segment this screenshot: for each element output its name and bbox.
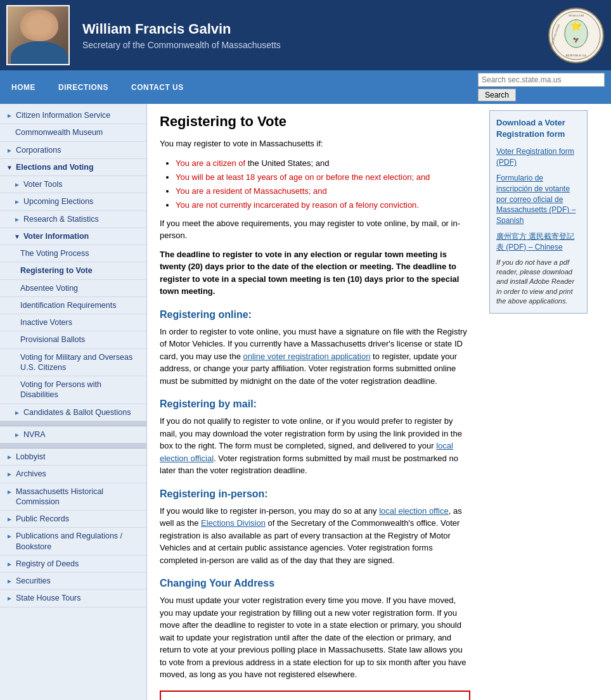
list-item: You will be at least 18 years of age on … [176, 170, 470, 184]
sidebar-item-registry-deeds[interactable]: ► Registry of Deeds [0, 556, 146, 573]
download-box-note: If you do not have a pdf reader, please … [496, 258, 581, 307]
secretary-photo [6, 5, 70, 65]
svg-text:REIPUBLICAE: REIPUBLICAE [566, 54, 587, 57]
sidebar-item-registering-to-vote[interactable]: Registering to Vote [0, 262, 146, 279]
search-input[interactable] [478, 73, 605, 87]
navigation-bar: HOME DIRECTIONS CONTACT US Search [0, 70, 611, 104]
section-text-inperson: If you would like to register in-person,… [160, 505, 470, 567]
sidebar-item-state-house[interactable]: ► State House Tours [0, 590, 146, 607]
sidebar-item-absentee-voting[interactable]: Absentee Voting [0, 280, 146, 297]
sidebar-item-voter-tools[interactable]: ► Voter Tools [0, 176, 146, 193]
voter-reg-form-link[interactable]: Voter Registration form (PDF) [496, 146, 581, 168]
list-item: You are a citizen of the United States; … [176, 156, 470, 170]
chevron-right-icon: ► [6, 594, 13, 602]
chevron-right-icon: ► [14, 198, 20, 206]
chevron-right-icon: ► [6, 453, 13, 461]
chevron-down-icon: ▼ [6, 163, 13, 172]
chevron-right-icon: ► [14, 409, 20, 417]
sidebar-item-archives[interactable]: ► Archives [0, 466, 146, 483]
local-election-official-link[interactable]: local election official [160, 441, 453, 463]
sidebar-item-upcoming-elections[interactable]: ► Upcoming Elections [0, 193, 146, 210]
sidebar-item-commonwealth-museum[interactable]: Commonwealth Museum [0, 124, 146, 141]
svg-text:⭐: ⭐ [570, 20, 582, 32]
section-title-inperson: Registering in-person: [160, 488, 470, 500]
sidebar-item-voting-process[interactable]: The Voting Process [0, 245, 146, 262]
deadline-text: The deadline to register to vote in any … [160, 248, 470, 298]
online-voter-reg-link[interactable]: online voter registration application [243, 352, 371, 361]
chevron-right-icon: ► [6, 560, 13, 568]
nav-contact[interactable]: CONTACT US [120, 70, 195, 104]
sidebar-item-voter-information[interactable]: ▼ Voter Information [0, 228, 146, 245]
svg-text:🦅: 🦅 [573, 37, 579, 43]
sidebar-item-elections-voting[interactable]: ▼ Elections and Voting [0, 159, 146, 176]
search-area: Search [472, 70, 611, 104]
section-title-mail: Registering by mail: [160, 398, 470, 410]
main-layout: ► Citizen Information Service Commonweal… [0, 104, 611, 700]
sidebar-item-military-voting[interactable]: Voting for Military and Overseas U.S. Ci… [0, 349, 146, 377]
political-parties-box: Political Parties If you wish to change … [160, 690, 470, 700]
nav-directions[interactable]: DIRECTIONS [47, 70, 120, 104]
main-content: Registering to Vote You may register to … [147, 104, 483, 700]
local-election-office-link[interactable]: local election office [379, 506, 449, 516]
chevron-right-icon: ► [6, 146, 13, 155]
sidebar-item-inactive-voters[interactable]: Inactive Voters [0, 314, 146, 331]
page-title: Registering to Vote [160, 113, 470, 130]
section-title-address: Changing Your Address [160, 578, 470, 589]
state-seal: SIGILLUM REIPUBLICAE MASSACHUSETTENSIS ⭐… [548, 7, 605, 64]
chevron-right-icon: ► [6, 488, 13, 496]
section-title-online: Registering online: [160, 309, 470, 321]
sidebar-item-mass-historical[interactable]: ► Massachusetts Historical Commission [0, 483, 146, 511]
chevron-right-icon: ► [6, 111, 13, 120]
list-item: You are not currently incarcerated by re… [176, 198, 470, 212]
intro-text: You may register to vote in Massachusett… [160, 137, 470, 150]
sidebar-item-id-requirements[interactable]: Identification Requirements [0, 297, 146, 314]
sidebar-item-corporations[interactable]: ► Corporations [0, 142, 146, 159]
chevron-right-icon: ► [14, 431, 20, 439]
page-header: William Francis Galvin Secretary of the … [0, 0, 611, 70]
sidebar-item-publications[interactable]: ► Publications and Regulations / Booksto… [0, 528, 146, 556]
elections-division-link[interactable]: Elections Division [201, 518, 266, 528]
secretary-name: William Francis Galvin [82, 21, 548, 37]
chevron-down-icon: ▼ [14, 232, 20, 241]
svg-text:SIGILLUM: SIGILLUM [569, 14, 584, 17]
spanish-form-link[interactable]: Formulario de inscripción de votante por… [496, 173, 581, 226]
sidebar-item-research-stats[interactable]: ► Research & Statistics [0, 211, 146, 228]
sidebar-item-securities[interactable]: ► Securities [0, 573, 146, 590]
requirements-list: You are a citizen of the United States; … [176, 156, 470, 212]
sidebar-item-candidates[interactable]: ► Candidates & Ballot Questions [0, 404, 146, 421]
sidebar-divider-2 [0, 443, 146, 449]
list-item: You are a resident of Massachusetts; and [176, 184, 470, 198]
register-methods-text: If you meet the above requirements, you … [160, 217, 470, 242]
sidebar-item-citizen-info[interactable]: ► Citizen Information Service [0, 107, 146, 124]
nav-home[interactable]: HOME [0, 70, 47, 104]
download-box: Download a Voter Registration form Voter… [489, 110, 588, 314]
sidebar-item-public-records[interactable]: ► Public Records [0, 511, 146, 528]
header-text: William Francis Galvin Secretary of the … [82, 21, 548, 50]
chevron-right-icon: ► [6, 577, 13, 585]
chevron-right-icon: ► [14, 181, 20, 189]
sidebar-item-lobbyist[interactable]: ► Lobbyist [0, 449, 146, 466]
search-button[interactable]: Search [478, 89, 516, 101]
sidebar-item-nvra[interactable]: ► NVRA [0, 426, 146, 443]
download-box-title: Download a Voter Registration form [496, 117, 581, 140]
sidebar: ► Citizen Information Service Commonweal… [0, 104, 147, 700]
section-text-online: In order to register to vote online, you… [160, 326, 470, 388]
sidebar-item-provisional-ballots[interactable]: Provisional Ballots [0, 331, 146, 348]
sidebar-item-disabilities-voting[interactable]: Voting for Persons with Disabilities [0, 376, 146, 404]
secretary-title: Secretary of the Commonwealth of Massach… [82, 40, 548, 50]
chevron-right-icon: ► [14, 215, 20, 224]
chevron-right-icon: ► [6, 532, 13, 540]
chinese-form-link[interactable]: 廣州官方 選民截寄登記表 (PDF) – Chinese [496, 231, 581, 253]
section-text-mail: If you do not qualify to register to vot… [160, 415, 470, 477]
section-text-address: You must update your voter registration … [160, 594, 470, 681]
right-sidebar: Download a Voter Registration form Voter… [483, 104, 594, 700]
sidebar-divider [0, 421, 146, 426]
chevron-right-icon: ► [6, 470, 13, 478]
chevron-right-icon: ► [6, 515, 13, 523]
